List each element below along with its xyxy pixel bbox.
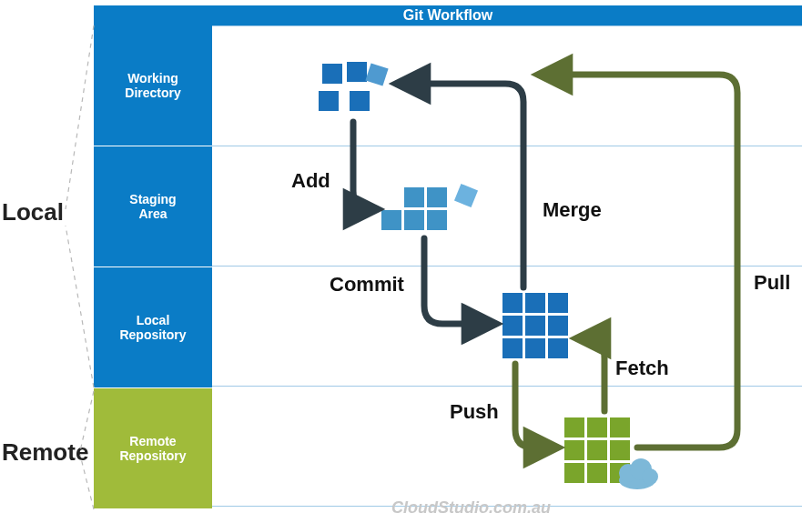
svg-rect-21 <box>587 417 607 438</box>
svg-rect-22 <box>610 417 630 438</box>
svg-rect-14 <box>502 316 523 336</box>
svg-rect-5 <box>404 187 424 207</box>
svg-rect-12 <box>525 293 545 313</box>
svg-rect-6 <box>427 187 447 207</box>
node-remote-repository <box>564 417 658 489</box>
svg-rect-11 <box>502 293 523 313</box>
arrow-add <box>353 122 377 209</box>
diagram-stage: Git Workflow Local Remote WorkingDirecto… <box>0 0 812 523</box>
svg-rect-23 <box>564 440 584 460</box>
svg-rect-16 <box>548 316 568 336</box>
node-working-directory <box>319 62 389 111</box>
op-push: Push <box>450 400 499 424</box>
svg-rect-8 <box>404 210 424 230</box>
diagram-svg <box>0 0 812 523</box>
svg-rect-1 <box>347 62 367 82</box>
svg-rect-26 <box>564 463 584 483</box>
svg-rect-2 <box>365 63 388 85</box>
svg-rect-4 <box>350 91 370 111</box>
op-fetch: Fetch <box>615 357 669 380</box>
svg-rect-17 <box>502 338 523 358</box>
svg-rect-15 <box>525 316 545 336</box>
op-add: Add <box>291 169 330 193</box>
svg-rect-20 <box>564 417 584 438</box>
op-merge: Merge <box>543 198 602 222</box>
svg-rect-0 <box>322 64 342 84</box>
arrow-commit <box>424 238 495 324</box>
node-local-repository <box>502 293 568 358</box>
arrow-push <box>515 364 557 448</box>
arrow-fetch <box>577 338 604 411</box>
svg-rect-19 <box>548 338 568 358</box>
svg-rect-3 <box>319 91 339 111</box>
node-staging-area <box>381 184 478 230</box>
svg-rect-25 <box>610 440 630 460</box>
svg-rect-27 <box>587 463 607 483</box>
svg-rect-18 <box>525 338 545 358</box>
svg-rect-13 <box>548 293 568 313</box>
watermark: CloudStudio.com.au <box>391 498 551 518</box>
op-commit: Commit <box>330 273 404 297</box>
svg-rect-7 <box>381 210 401 230</box>
svg-rect-24 <box>587 440 607 460</box>
op-pull: Pull <box>754 271 790 295</box>
arrow-pull <box>539 75 737 448</box>
svg-rect-10 <box>454 184 478 207</box>
arrow-merge <box>397 84 523 287</box>
svg-rect-9 <box>427 210 447 230</box>
svg-point-32 <box>642 468 658 485</box>
